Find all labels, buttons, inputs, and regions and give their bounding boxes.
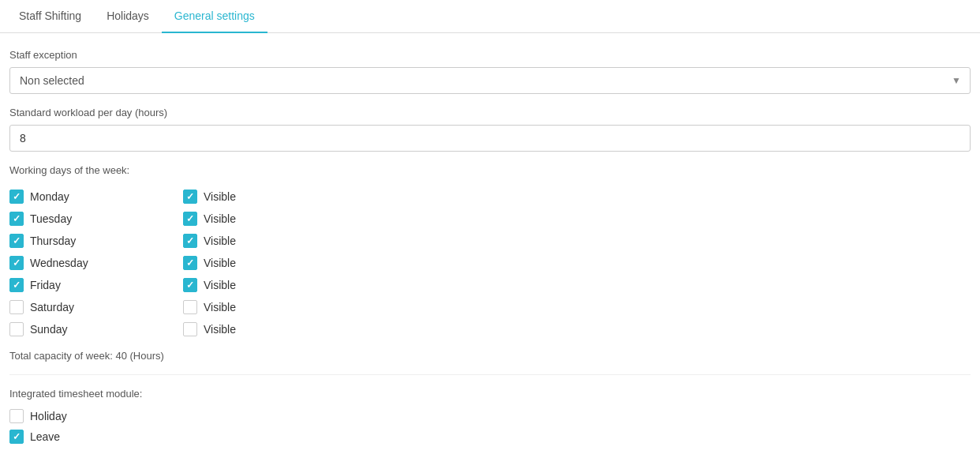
monday-visible-label: Visible [204, 190, 236, 203]
day-row-friday: Friday [9, 274, 183, 296]
timesheet-holiday-row: Holiday [9, 409, 971, 423]
leave-label: Leave [30, 430, 60, 443]
working-days-grid: Monday Visible Tuesday Visible Thursday … [9, 186, 971, 340]
day-row-sunday: Sunday [9, 318, 183, 340]
sunday-checkbox[interactable] [9, 322, 24, 336]
tuesday-visible-checkbox[interactable] [183, 212, 197, 226]
total-capacity-text: Total capacity of week: 40 (Hours) [9, 350, 971, 362]
monday-visible-checkbox[interactable] [183, 190, 197, 204]
section-divider [9, 374, 971, 375]
wednesday-visible-cell: Visible [183, 252, 309, 274]
tab-holidays[interactable]: Holidays [94, 0, 162, 33]
thursday-visible-cell: Visible [183, 230, 309, 252]
day-row-tuesday: Tuesday [9, 208, 183, 230]
friday-checkbox[interactable] [9, 278, 24, 292]
working-days-label: Working days of the week: [9, 164, 971, 176]
wednesday-label: Wednesday [30, 257, 88, 269]
sunday-label: Sunday [30, 323, 67, 336]
tuesday-visible-cell: Visible [183, 208, 309, 230]
saturday-checkbox[interactable] [9, 300, 24, 314]
tab-staff-shifting[interactable]: Staff Shifting [6, 0, 94, 33]
holiday-label: Holiday [30, 410, 67, 422]
integrated-timesheet-label: Integrated timesheet module: [9, 388, 971, 400]
tab-general-settings[interactable]: General settings [162, 0, 267, 33]
saturday-visible-checkbox[interactable] [183, 300, 197, 314]
wednesday-visible-checkbox[interactable] [183, 256, 197, 270]
workload-label: Standard workload per day (hours) [9, 107, 971, 118]
leave-checkbox[interactable] [9, 430, 24, 444]
tuesday-visible-label: Visible [204, 212, 236, 225]
day-row-wednesday: Wednesday [9, 252, 183, 274]
wednesday-checkbox[interactable] [9, 256, 24, 270]
friday-visible-checkbox[interactable] [183, 278, 197, 292]
friday-visible-label: Visible [204, 279, 236, 291]
main-content: Staff exception Non selected ▼ Standard … [0, 33, 980, 458]
tabs-bar: Staff Shifting Holidays General settings [0, 0, 980, 33]
saturday-visible-cell: Visible [183, 296, 309, 318]
day-row-monday: Monday [9, 186, 183, 208]
thursday-label: Thursday [30, 235, 76, 247]
wednesday-visible-label: Visible [204, 257, 236, 269]
tuesday-label: Tuesday [30, 212, 72, 225]
thursday-checkbox[interactable] [9, 234, 24, 248]
sunday-visible-checkbox[interactable] [183, 322, 197, 336]
monday-checkbox[interactable] [9, 190, 24, 204]
timesheet-options: Holiday Leave [9, 409, 971, 444]
holiday-checkbox[interactable] [9, 409, 24, 423]
day-row-thursday: Thursday [9, 230, 183, 252]
thursday-visible-label: Visible [204, 235, 236, 247]
workload-input[interactable] [9, 125, 971, 152]
staff-exception-select[interactable]: Non selected [9, 67, 971, 94]
day-row-saturday: Saturday [9, 296, 183, 318]
monday-label: Monday [30, 190, 69, 203]
friday-label: Friday [30, 279, 61, 291]
saturday-label: Saturday [30, 301, 74, 313]
saturday-visible-label: Visible [204, 301, 236, 313]
staff-exception-label: Staff exception [9, 49, 971, 61]
sunday-visible-cell: Visible [183, 318, 309, 340]
friday-visible-cell: Visible [183, 274, 309, 296]
monday-visible-cell: Visible [183, 186, 309, 208]
tuesday-checkbox[interactable] [9, 212, 24, 226]
timesheet-leave-row: Leave [9, 430, 971, 444]
thursday-visible-checkbox[interactable] [183, 234, 197, 248]
staff-exception-wrapper: Non selected ▼ [9, 67, 971, 94]
sunday-visible-label: Visible [204, 323, 236, 336]
